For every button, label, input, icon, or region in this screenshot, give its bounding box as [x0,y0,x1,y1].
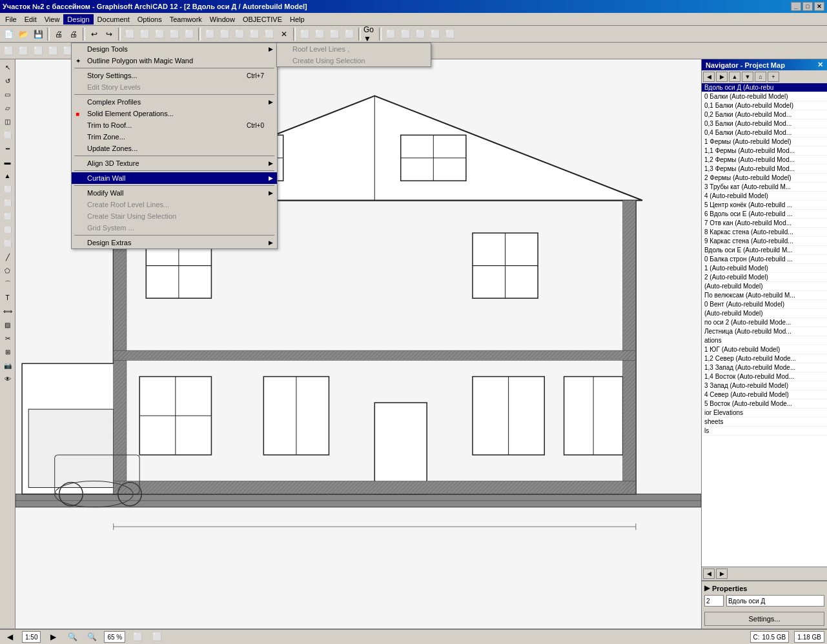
left-btn-rotate[interactable]: ↺ [1,74,14,87]
nav-expand-btn[interactable]: + [768,72,779,82]
nav-item[interactable]: ls [702,427,827,436]
nav-item[interactable]: 1,3 Запад (Auto-rebuild Mode... [702,363,827,372]
print2-btn[interactable]: 🖨 [66,27,81,41]
nav-up-btn[interactable]: ▲ [729,72,740,82]
dm-complex-profiles[interactable]: Complex Profiles▶ [72,96,277,108]
menu-help[interactable]: Help [286,14,309,25]
maximize-button[interactable]: □ [802,2,813,11]
sm-create-using-selection[interactable]: Create Using Selection [277,55,431,66]
left-btn-eye[interactable]: 👁 [1,372,14,385]
left-btn-text[interactable]: T [1,291,14,304]
nav-item[interactable]: 1,2 Фермы (Auto-rebuild Mod... [702,156,827,165]
menu-file[interactable]: File [1,14,21,25]
menu-teamwork[interactable]: Teamwork [166,14,206,25]
nav-scroll-left[interactable]: ◀ [703,569,715,579]
menu-window[interactable]: Window [206,14,239,25]
menu-options[interactable]: Options [134,14,166,25]
open-btn[interactable]: 📂 [16,27,30,41]
dm-update-zones[interactable]: Update Zones... [72,143,277,154]
left-btn-obj[interactable]: ⬜ [1,223,14,236]
dm-design-tools[interactable]: Design Tools▶ [72,43,277,55]
nav-item[interactable]: 5 Восток (Auto-rebuild Mode... [702,399,827,408]
left-btn-stair[interactable]: ⬜ [1,183,14,196]
close-button[interactable]: ✕ [814,2,824,11]
tb1-btn19[interactable]: ⬜ [428,27,442,41]
tb2-btn2[interactable]: ⬜ [16,44,30,58]
tb1-btn10[interactable]: ⬜ [262,27,276,41]
tb1-btn5[interactable]: ⬜ [182,27,196,41]
tb1-btn7[interactable]: ⬜ [218,27,232,41]
nav-item[interactable]: 1,4 Восток (Auto-rebuild Mod... [702,372,827,381]
left-btn-roof[interactable]: ▲ [1,169,14,182]
navigator-list[interactable]: Вдоль оси Д (Auto-rebu0 Балки (Auto-rebu… [702,83,827,567]
minimize-button[interactable]: _ [791,2,801,11]
left-btn-window[interactable]: ◫ [1,115,14,128]
tb2-btn3[interactable]: ⬜ [31,44,45,58]
nav-item[interactable]: 5 Центр конёк (Auto-rebuild ... [702,201,827,210]
nav-home-btn[interactable]: ⌂ [755,72,766,82]
tb1-btn13[interactable]: ⬜ [312,27,327,41]
menu-view[interactable]: View [41,14,64,25]
nav-item[interactable]: 9 Каркас стена (Auto-rebuild... [702,237,827,246]
nav-item[interactable]: (Auto-rebuild Model) [702,309,827,318]
nav-item[interactable]: 3 Запад (Auto-rebuild Model) [702,381,827,390]
tb1-btn6[interactable]: ⬜ [203,27,217,41]
left-btn-wall[interactable]: ▭ [1,88,14,101]
tb2-btn4[interactable]: ⬜ [46,44,60,58]
nav-item[interactable]: По велюксам (Auto-rebuild M... [702,291,827,300]
nav-item[interactable]: 1,2 Север (Auto-rebuild Mode... [702,354,827,363]
nav-back-btn[interactable]: ◀ [703,72,715,82]
nav-item[interactable]: 3 Трубы кат (Auto-rebuild M... [702,183,827,192]
tb1-btn2[interactable]: ⬜ [138,27,152,41]
tb2-btn1[interactable]: ⬜ [1,44,15,58]
nav-scroll-right[interactable]: ▶ [716,569,728,579]
left-btn-fill[interactable]: ▨ [1,318,14,331]
left-btn-line[interactable]: ╱ [1,250,14,263]
nav-item[interactable]: 0 Балка строн (Auto-rebuild ... [702,255,827,264]
menu-document[interactable]: Document [94,14,134,25]
nav-item[interactable]: 2 (Auto-rebuild Model) [702,273,827,282]
print-btn[interactable]: 🖨 [52,27,66,41]
nav-item[interactable]: Вдоль оси Е (Auto-rebuild M... [702,246,827,255]
nav-item[interactable]: 1,1 Фермы (Auto-rebuild Mod... [702,146,827,156]
dm-grid-system[interactable]: Grid System ... [72,222,277,234]
dm-curtain-wall[interactable]: Curtain Wall▶ [72,172,277,184]
nav-item[interactable]: sheets [702,418,827,427]
nav-item[interactable]: 2 Фермы (Auto-rebuild Model) [702,174,827,183]
go-btn[interactable]: Go ▼ [363,27,377,41]
dm-modify-wall[interactable]: Modify Wall▶ [72,187,277,199]
status-next-btn[interactable]: ▶ [46,630,60,644]
nav-item[interactable]: 0 Вент (Auto-rebuild Model) [702,300,827,309]
nav-item[interactable]: 1 (Auto-rebuild Model) [702,264,827,273]
dm-create-stair[interactable]: Create Stair Using Selection [72,210,277,222]
nav-item[interactable]: 1 ЮГ (Auto-rebuild Model) [702,345,827,354]
tb1-btn1[interactable]: ⬜ [123,27,137,41]
menu-design[interactable]: Design [63,14,93,25]
nav-item[interactable]: (Auto-rebuild Model) [702,282,827,291]
nav-item[interactable]: 0,1 Балки (Auto-rebuild Model) [702,101,827,110]
left-btn-dim[interactable]: ⟺ [1,305,14,317]
left-btn-door[interactable]: ▱ [1,101,14,114]
tb1-btn20[interactable]: ⬜ [443,27,457,41]
nav-item[interactable]: 8 Каркас стена (Auto-rebuild... [702,228,827,237]
tb1-btn11[interactable]: ✕ [277,27,291,41]
prop-label-input[interactable] [726,595,824,607]
left-btn-mesh[interactable]: ⬜ [1,196,14,209]
tb1-btn14[interactable]: ⬜ [327,27,342,41]
menu-edit[interactable]: Edit [21,14,41,25]
left-btn-col[interactable]: ⬜ [1,128,14,141]
left-btn-arrow[interactable]: ↖ [1,61,14,74]
dm-edit-story[interactable]: Edit Story Levels [72,81,277,93]
left-btn-arc[interactable]: ⌒ [1,277,14,290]
nav-item[interactable]: 4 Север (Auto-rebuild Model) [702,390,827,399]
tb1-btn18[interactable]: ⬜ [413,27,427,41]
nav-item[interactable]: 4 (Auto-rebuild Model) [702,192,827,201]
dm-create-roof-level[interactable]: Create Roof Level Lines... [72,199,277,210]
status-zoom-in[interactable]: 🔍 [85,630,99,644]
nav-item[interactable]: Вдоль оси Д (Auto-rebu [702,83,827,92]
nav-forward-btn[interactable]: ▶ [716,72,728,82]
status-prev-btn[interactable]: ◀ [3,630,17,644]
dm-align-3d[interactable]: Align 3D Texture▶ [72,157,277,169]
tb1-btn8[interactable]: ⬜ [232,27,247,41]
nav-item[interactable]: 0,2 Балки (Auto-rebuild Mod... [702,110,827,119]
